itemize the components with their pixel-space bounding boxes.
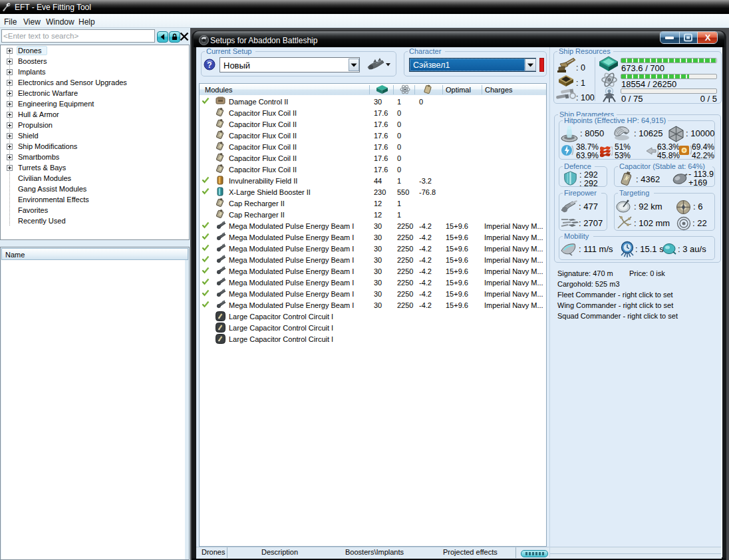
svg-text:?: ? xyxy=(207,61,212,70)
